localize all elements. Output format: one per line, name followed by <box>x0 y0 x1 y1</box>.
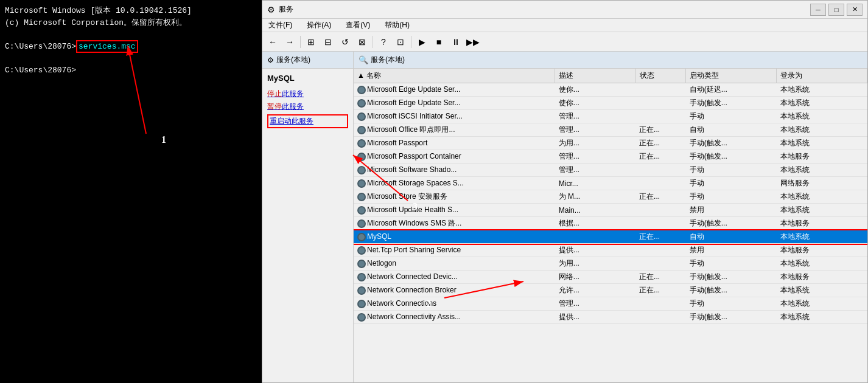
col-header-name[interactable]: ▲ 名称 <box>354 69 555 83</box>
service-status-cell <box>635 164 686 177</box>
table-row[interactable]: Microsoft Office 即点即用...管理...正在...自动本地系统 <box>354 123 867 137</box>
service-status-cell <box>635 177 686 190</box>
cmd-line-1: Microsoft Windows [版本 10.0.19042.1526] <box>5 5 257 17</box>
table-row[interactable]: Microsoft Storage Spaces S...Micr...手动网络… <box>354 177 867 190</box>
service-name-cell: Microsoft Windows SMS 路... <box>354 217 555 230</box>
service-desc-cell: 管理... <box>555 123 635 137</box>
services-table[interactable]: ▲ 名称 描述 状态 启动类型 登录为 Microsoft Edge Updat… <box>354 69 867 382</box>
table-row[interactable]: Network Connections管理...手动本地系统 <box>354 297 867 311</box>
gear-icon <box>357 300 366 308</box>
gear-icon <box>357 260 366 268</box>
service-status-cell: 正在... <box>635 123 686 137</box>
service-login-cell: 本地系统 <box>777 123 867 137</box>
restart-button[interactable]: ▶▶ <box>465 35 481 49</box>
service-login-cell: 本地系统 <box>777 230 867 244</box>
table-row[interactable]: Network Connected Devic...网络...正在...手动(触… <box>354 271 867 284</box>
table-row[interactable]: Microsoft Windows SMS 路...根据...手动(触发...本… <box>354 217 867 230</box>
service-status-cell: 正在... <box>635 230 686 244</box>
service-desc-cell: 为 M... <box>555 190 635 204</box>
service-status-cell <box>635 97 686 110</box>
service-login-cell: 本地服务 <box>777 217 867 230</box>
service-startup-cell: 手动(触发... <box>686 97 777 110</box>
service-startup-cell: 手动(触发... <box>686 150 777 164</box>
gear-icon <box>357 126 366 134</box>
service-desc-cell: 为用... <box>555 137 635 150</box>
close-button[interactable]: ✕ <box>847 4 863 16</box>
service-status-cell <box>635 311 686 324</box>
stop-service-link[interactable]: 停止此服务 <box>267 89 348 99</box>
stop-text: 停止 <box>267 89 282 98</box>
forward-button[interactable]: → <box>282 35 298 49</box>
table-row[interactable]: Net.Tcp Port Sharing Service提供...禁用本地服务 <box>354 244 867 257</box>
stop-service-button[interactable]: ■ <box>431 35 447 49</box>
table-row[interactable]: Netlogon为用...手动本地系统 <box>354 257 867 271</box>
services-title-icon: ⚙ <box>267 5 275 15</box>
table-row[interactable]: Microsoft Update Health S...Main...禁用本地系… <box>354 204 867 217</box>
refresh-button[interactable]: ↺ <box>337 35 353 49</box>
table-row[interactable]: Microsoft iSCSI Initiator Ser...管理...手动本… <box>354 110 867 123</box>
service-startup-cell: 手动 <box>686 190 777 204</box>
service-login-cell: 网络服务 <box>777 177 867 190</box>
service-name-cell: Microsoft Passport Container <box>354 150 555 164</box>
table-row[interactable]: Microsoft Store 安装服务为 M...正在...手动本地系统 <box>354 190 867 204</box>
export-button[interactable]: ⊠ <box>354 35 370 49</box>
menu-file[interactable]: 文件(F) <box>266 19 295 32</box>
restart-service-link[interactable]: 重启动此服务 <box>267 114 348 128</box>
gear-icon <box>357 86 366 94</box>
table-row[interactable]: MySQL正在...自动本地系统 <box>354 230 867 244</box>
service-login-cell: 本地系统 <box>777 137 867 150</box>
col-header-startup[interactable]: 启动类型 <box>686 69 777 83</box>
service-status-cell <box>635 244 686 257</box>
service-name-cell: Network Connectivity Assis... <box>354 311 555 324</box>
hide-console-button[interactable]: ⊟ <box>320 35 336 49</box>
service-name-cell: Microsoft Office 即点即用... <box>354 123 555 137</box>
gear-icon <box>357 233 366 241</box>
table-row[interactable]: Microsoft Edge Update Ser...使你...自动(延迟..… <box>354 83 867 97</box>
service-status-cell <box>635 257 686 271</box>
title-left: ⚙ 服务 <box>267 4 293 15</box>
col-header-desc[interactable]: 描述 <box>555 69 635 83</box>
service-name-cell: Microsoft Update Health S... <box>354 204 555 217</box>
toolbar: ← → ⊞ ⊟ ↺ ⊠ ? ⊡ ▶ ■ ⏸ ▶▶ <box>262 32 867 52</box>
table-row[interactable]: Microsoft Software Shado...管理...手动本地系统 <box>354 164 867 177</box>
selected-service-name: MySQL <box>267 74 348 83</box>
service-startup-cell: 手动 <box>686 110 777 123</box>
col-header-login[interactable]: 登录为 <box>777 69 867 83</box>
pause-button[interactable]: ⏸ <box>448 35 464 49</box>
service-startup-cell: 手动(触发... <box>686 311 777 324</box>
table-row[interactable]: Network Connection Broker允许...正在...手动(触发… <box>354 284 867 297</box>
table-row[interactable]: Microsoft Edge Update Ser...使你...手动(触发..… <box>354 97 867 110</box>
properties-button[interactable]: ⊡ <box>393 35 408 49</box>
maximize-button[interactable]: □ <box>828 4 844 16</box>
service-startup-cell: 手动(触发... <box>686 217 777 230</box>
help-button[interactable]: ? <box>376 35 391 49</box>
left-panel-title: 服务(本地) <box>276 55 310 65</box>
pause-service-link[interactable]: 暂停此服务 <box>267 102 348 112</box>
service-login-cell: 本地系统 <box>777 311 867 324</box>
table-row[interactable]: Network Connectivity Assis...提供...手动(触发.… <box>354 311 867 324</box>
start-button[interactable]: ▶ <box>414 35 430 49</box>
gear-icon <box>357 153 366 161</box>
service-status-cell <box>635 204 686 217</box>
service-name-cell: Net.Tcp Port Sharing Service <box>354 244 555 257</box>
service-desc-cell: 允许... <box>555 284 635 297</box>
right-panel-header: 🔍 服务(本地) <box>354 52 867 69</box>
table-row[interactable]: Microsoft Passport Container管理...正在...手动… <box>354 150 867 164</box>
table-row[interactable]: Microsoft Passport为用...正在...手动(触发...本地系统 <box>354 137 867 150</box>
minimize-button[interactable]: ─ <box>810 4 826 16</box>
col-header-status[interactable]: 状态 <box>635 69 686 83</box>
show-console-button[interactable]: ⊞ <box>303 35 319 49</box>
restart-label: 重启动此服务 <box>270 117 313 125</box>
menu-view[interactable]: 查看(V) <box>343 19 373 32</box>
left-panel-icon: ⚙ <box>267 56 274 64</box>
table-header: ▲ 名称 描述 状态 启动类型 登录为 <box>354 69 867 83</box>
menu-action[interactable]: 操作(A) <box>304 19 334 32</box>
menu-help[interactable]: 帮助(H) <box>382 19 412 32</box>
toolbar-sep-3 <box>411 36 411 48</box>
cmd-line-3 <box>5 29 257 41</box>
back-button[interactable]: ← <box>265 35 281 49</box>
service-status-cell: 正在... <box>635 137 686 150</box>
gear-icon <box>357 139 366 148</box>
gear-icon <box>357 286 366 295</box>
right-panel-icon: 🔍 <box>359 55 368 64</box>
